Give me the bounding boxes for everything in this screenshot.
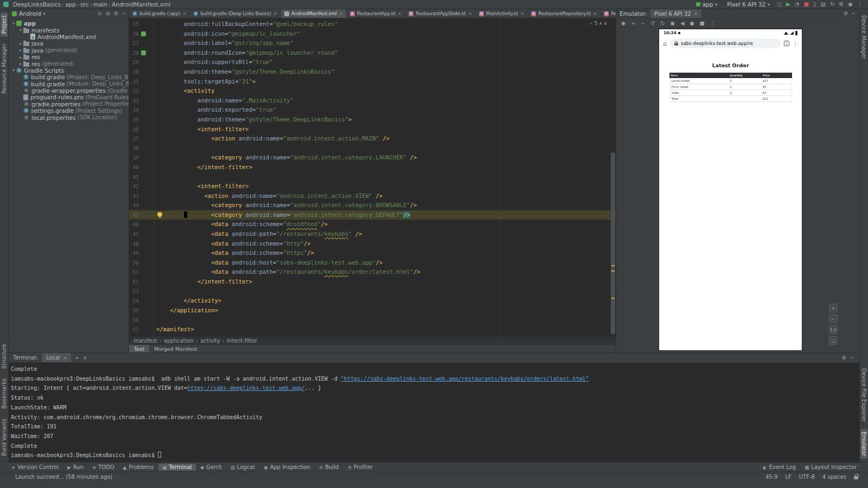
close-icon[interactable]: × [339,11,343,16]
emulator-screen[interactable]: 10:24 ⌂ sabs-deeplinks-test.web.app/re 2… [659,29,802,351]
project-tree-item-build-gradle-project-deep-links-basics[interactable]: Gbuild.gradle (Project: Deep_Links_Basic… [9,74,129,80]
project-tree-item-settings-gradle-project-settings[interactable]: Gsettings.gradle (Project Settings) [9,107,129,114]
project-tree-item-java[interactable]: ▸java [9,40,129,47]
locate-file-icon[interactable]: ⊙ [98,11,102,16]
project-tree-item-manifests[interactable]: ▾manifests [9,27,129,33]
zoom-out-button[interactable]: − [829,314,838,323]
breadcrumb-item-app[interactable]: app [65,1,76,8]
tool-window-button-todo[interactable]: ≡TODO [88,464,118,471]
zoom-in-button[interactable]: + [829,304,838,312]
more-icon[interactable]: ⋮ [857,2,863,7]
home-icon[interactable]: ⌂ [663,40,667,47]
editor-breadcrumb-application[interactable]: application [164,338,194,344]
tool-window-button-structure[interactable]: Structure [1,341,8,372]
rotate-right-button[interactable]: ↻ [660,21,665,26]
close-icon[interactable]: × [182,11,186,16]
warning-stripe-mark[interactable] [611,271,615,272]
device-select[interactable]: Pixel 6 API 32 ▾ [724,1,773,8]
project-tree-item-java-generated[interactable]: ▸java (generated) [9,47,129,54]
terminal-link[interactable]: https://sabs-deeplinks-test.web.app/ [187,385,305,391]
caret-position[interactable]: 45:9 [765,474,777,480]
project-tree-item-res-generated[interactable]: ▸res (generated) [9,60,129,67]
editor-tab-build-gradle-deep-links-basics[interactable]: Gbuild.gradle (Deep Links Basics)× [190,9,281,18]
line-ending-indicator[interactable]: LF [785,474,791,480]
project-tree-item-build-gradle-module-deep-links-basics-app[interactable]: Gbuild.gradle (Module: Deep_Links_Basics… [9,81,129,87]
back-button[interactable]: ◀ [680,21,684,26]
settings-gear-icon[interactable]: ⚙ [842,355,847,361]
editor-breadcrumb-activity[interactable]: activity [200,338,220,344]
breadcrumb-item-main[interactable]: main [93,1,107,8]
tool-window-button-gerrit[interactable]: ◆Gerrit [197,464,226,471]
tool-window-button-emulator[interactable]: Emulator [860,429,867,459]
warning-stripe-mark[interactable] [611,265,615,266]
chevron-right-icon[interactable]: ▸ [18,55,23,60]
inspections-widget[interactable]: ✓ 5 ∧ ∨ [590,20,607,26]
run-configuration-select[interactable]: app ▾ [693,1,720,8]
device-manager-button[interactable]: ▯ [813,2,816,7]
close-icon[interactable]: × [694,11,698,16]
logcat-button[interactable]: ▤ [820,2,825,7]
sync-project-button[interactable]: ↻ [830,2,834,7]
close-icon[interactable]: × [398,11,401,16]
project-tree-item-res[interactable]: ▸res [9,54,129,60]
chevron-down-icon[interactable]: ▾ [11,21,16,26]
tool-window-button-bookmarks[interactable]: Bookmarks [1,376,8,412]
chevron-right-icon[interactable]: ▸ [18,41,23,46]
editor-tab-androidmanifest-xml[interactable]: AndroidManifest.xml× [281,9,347,18]
editor-breadcrumb-intent-filter[interactable]: intent-filter [227,338,257,344]
volume-up-button[interactable]: + [631,21,635,26]
screenshot-button[interactable]: ▣ [670,21,675,26]
chevron-down-icon[interactable]: ▾ [18,28,23,33]
tool-window-button-layout-inspector[interactable]: ▦Layout Inspector [801,464,860,471]
tool-window-button-build[interactable]: ⊚Build [315,464,342,471]
tool-window-button-project[interactable]: Project [1,12,8,36]
project-tree-item-gradle-wrapper-properties-gradle-version[interactable]: ⚙gradle-wrapper.properties (Gradle Versi… [9,87,129,94]
project-tree-item-gradle-properties-project-properties[interactable]: ⚙gradle.properties (Project Properties) [9,101,129,107]
encoding-indicator[interactable]: UTF-8 [799,474,815,480]
close-icon[interactable]: × [520,11,524,16]
rotate-left-button[interactable]: ↺ [650,21,655,26]
editor-tab-restaurantcarddetails-kt[interactable]: KRestaurantCardDetails.kt× [601,9,616,18]
next-problem-icon[interactable]: ∨ [604,20,607,26]
tool-window-button-profiler[interactable]: ◔Profiler [343,464,376,471]
chrome-menu-icon[interactable]: ⋮ [793,41,798,47]
terminal-session-tab[interactable]: Local × [42,353,71,362]
chevron-right-icon[interactable]: ▸ [18,48,23,53]
readonly-lock-icon[interactable] [854,476,858,479]
hide-panel-icon[interactable]: ─ [851,355,854,361]
close-icon[interactable]: × [63,355,67,361]
code-editor[interactable]: 25 android:fullBackupContent="@xml/backu… [129,18,616,336]
indent-indicator[interactable]: 4 spaces [822,474,846,480]
project-tree-item-app[interactable]: ▾app [9,20,129,27]
breadcrumb-item-deeplinksbasics[interactable]: DeepLinksBasics [13,1,61,8]
status-message[interactable]: Launch succeed... (58 minutes ago) [15,474,112,480]
profile-button[interactable]: ◔ [795,2,800,7]
more-button[interactable]: ⋮ [710,21,716,26]
volume-down-button[interactable]: − [641,21,645,26]
prev-problem-icon[interactable]: ∧ [599,20,603,26]
hide-panel-icon[interactable]: ─ [122,11,125,16]
editor-breadcrumb-manifest[interactable]: manifest [133,338,157,344]
project-view-select[interactable]: Android [19,10,41,17]
notifications-icon[interactable]: ◉ [848,2,853,7]
tool-window-button-problems[interactable]: ▲Problems [119,464,158,471]
run-button[interactable]: ▶ [786,2,790,7]
project-tree-item-gradle-scripts[interactable]: ▾GGradle Scripts [9,67,129,74]
project-tree-item-local-properties-sdk-location[interactable]: ⚙local.properties (SDK Location) [9,114,129,120]
project-tree-item-androidmanifest-xml[interactable]: AndroidManifest.xml [9,34,129,40]
settings-gear-icon[interactable]: ⚙ [844,11,848,16]
editor-tab-mainactivity-kt[interactable]: KMainActivity.kt× [476,9,528,18]
zoom-reset-button[interactable]: 1:1 [829,325,838,334]
manifest-tab-text[interactable]: Text [129,345,149,352]
tool-window-button-build-variants[interactable]: Build Variants [1,416,8,459]
editor-tab-restaurantappstate-kt[interactable]: KRestaurantAppState.kt× [405,9,476,18]
editor-tab-restaurantrepository-kt[interactable]: KRestaurantRepository.kt× [528,9,601,18]
settings-gear-icon[interactable]: ⚙ [114,11,119,16]
tool-window-button-logcat[interactable]: ▤Logcat [227,464,259,471]
editor-scrollbar[interactable] [610,18,616,336]
close-icon[interactable]: × [468,11,472,16]
url-bar[interactable]: sabs-deeplinks-test.web.app/re [670,38,781,48]
breadcrumb-item-src[interactable]: src [80,1,88,8]
chevron-down-icon[interactable]: ▾ [11,68,16,73]
home-button[interactable]: ● [690,21,694,26]
